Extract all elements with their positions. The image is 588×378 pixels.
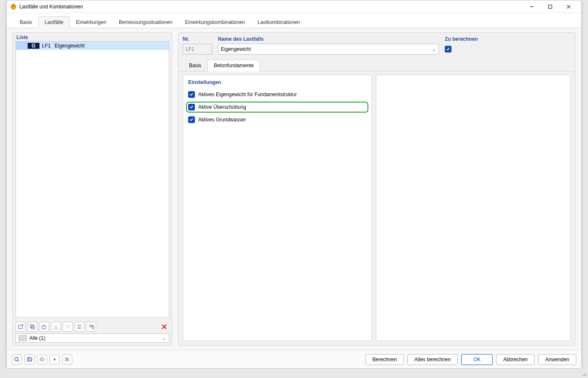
- renumber-button[interactable]: 26: [86, 322, 96, 332]
- list-toolbar: 26: [13, 320, 172, 333]
- setting-label: Aktive Überschüttung: [198, 104, 246, 110]
- ok-button[interactable]: OK: [461, 354, 493, 365]
- to-calculate-checkbox[interactable]: [445, 46, 452, 52]
- swap-button[interactable]: [74, 322, 84, 332]
- cancel-button[interactable]: Abbrechen: [496, 354, 535, 365]
- category-badge: G: [28, 43, 39, 49]
- apply-button[interactable]: Anwenden: [538, 354, 576, 365]
- subtab-betonfundamente[interactable]: Betonfundamente: [207, 60, 260, 71]
- svg-text:6: 6: [92, 324, 94, 330]
- filter-swatch-icon: [18, 335, 27, 341]
- filter-select[interactable]: Alle (1) ⌄: [16, 333, 169, 343]
- maximize-button[interactable]: [541, 1, 559, 13]
- subtab-basis[interactable]: Basis: [183, 60, 207, 71]
- list-heading: Liste: [13, 33, 172, 41]
- window-title: Lastfälle und Kombinationen: [19, 4, 522, 10]
- svg-text:fx: fx: [65, 357, 69, 362]
- tab-bemessungssituationen[interactable]: Bemessungssituationen: [113, 16, 178, 28]
- nr-label: Nr.: [183, 36, 212, 42]
- tab-einwirkungskombinationen[interactable]: Einwirkungskombinationen: [179, 16, 252, 28]
- list-panel: Liste G LF1 Eigengewicht 26: [13, 32, 172, 346]
- cut-item-button[interactable]: [51, 322, 61, 332]
- preview-pane: [376, 75, 571, 341]
- settings-pane: Einstellungen Aktives Eigengewicht für F…: [183, 75, 372, 341]
- name-label: Name des Lastfalls: [218, 36, 439, 42]
- svg-point-7: [22, 325, 23, 326]
- app-icon: [10, 3, 17, 10]
- setting-label: Aktives Grundwasser: [198, 117, 246, 123]
- svg-point-17: [15, 357, 18, 361]
- svg-point-22: [54, 359, 55, 360]
- setting-row-ueberschuettung: Aktive Überschüttung: [188, 104, 366, 110]
- insert-item-button[interactable]: [39, 322, 49, 332]
- svg-rect-10: [42, 326, 45, 329]
- active-selfweight-checkbox[interactable]: [188, 91, 195, 98]
- list-item-marker: [16, 42, 28, 50]
- calculate-all-button[interactable]: Alles berechnen: [407, 354, 458, 365]
- tab-einwirkungen[interactable]: Einwirkungen: [70, 16, 113, 28]
- units-button[interactable]: 0,00: [24, 354, 34, 365]
- svg-text:0,00: 0,00: [28, 357, 32, 362]
- setting-label: Aktives Eigengewicht für Fundamentstrukt…: [198, 92, 297, 97]
- active-groundwater-checkbox[interactable]: [188, 116, 195, 123]
- main-tabs: Basis Lastfälle Einwirkungen Bemessungss…: [7, 13, 581, 28]
- function-button[interactable]: fx: [62, 354, 72, 365]
- chevron-down-icon: ⌄: [162, 335, 166, 341]
- chevron-down-icon: ⌄: [432, 46, 436, 52]
- detail-subtabs: Basis Betonfundamente: [178, 58, 575, 71]
- svg-rect-1: [13, 4, 14, 7]
- filter-label: Alle (1): [29, 335, 45, 341]
- calc-label: Zu berechnen: [445, 36, 571, 42]
- load-case-list[interactable]: G LF1 Eigengewicht: [16, 41, 169, 318]
- active-overfill-checkbox[interactable]: [188, 104, 195, 110]
- nr-field[interactable]: LF1: [183, 44, 212, 55]
- new-item-button[interactable]: [16, 322, 26, 332]
- settings-heading: Einstellungen: [188, 79, 366, 85]
- tab-lastfaelle[interactable]: Lastfälle: [38, 16, 70, 28]
- setting-row-eigengewicht: Aktives Eigengewicht für Fundamentstrukt…: [188, 91, 366, 98]
- list-item[interactable]: G LF1 Eigengewicht: [16, 42, 169, 50]
- titlebar: Lastfälle und Kombinationen: [7, 0, 581, 13]
- help-button[interactable]: [12, 354, 22, 365]
- tab-basis[interactable]: Basis: [13, 16, 38, 28]
- copy-item-button[interactable]: [27, 322, 37, 332]
- detail-panel: Nr. LF1 Name des Lastfalls Eigengewicht …: [178, 32, 575, 346]
- load-case-code: LF1: [41, 43, 55, 49]
- minimize-button[interactable]: [522, 1, 541, 13]
- calculate-button[interactable]: Berechnen: [365, 354, 404, 365]
- svg-point-21: [42, 357, 43, 358]
- svg-rect-3: [549, 5, 552, 8]
- load-case-name: Eigengewicht: [55, 43, 84, 49]
- close-button[interactable]: [559, 1, 578, 13]
- delete-item-button[interactable]: [159, 322, 169, 332]
- svg-line-18: [18, 360, 19, 362]
- dialog-footer: 0,00 fx Berechnen Alles berechnen OK Abb…: [7, 350, 581, 368]
- point-button[interactable]: [50, 354, 60, 365]
- setting-row-grundwasser: Aktives Grundwasser: [188, 116, 366, 123]
- svg-rect-6: [18, 325, 22, 328]
- name-select[interactable]: Eigengewicht ⌄: [218, 44, 439, 55]
- view-button[interactable]: [37, 354, 47, 365]
- edit-item-button[interactable]: [63, 322, 73, 332]
- tab-lastkombinationen[interactable]: Lastkombinationen: [251, 16, 306, 28]
